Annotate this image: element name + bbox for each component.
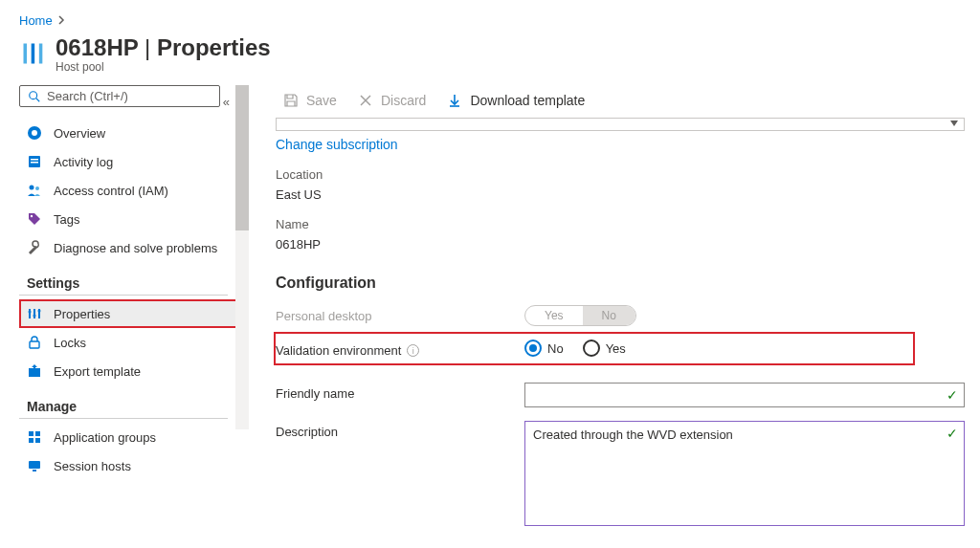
sliders-icon	[27, 306, 42, 321]
svg-rect-26	[33, 470, 36, 471]
main-content: Save Discard Download template Change su…	[241, 85, 980, 545]
activity-log-icon	[27, 154, 42, 169]
sidebar-item-label: Session hosts	[54, 459, 131, 473]
svg-point-17	[33, 315, 36, 318]
radio-icon	[524, 340, 542, 357]
sidebar-item-label: Access control (IAM)	[54, 184, 168, 198]
friendly-name-label: Friendly name	[276, 383, 524, 401]
description-textarea[interactable]: Created through the WVD extension ✓	[524, 421, 965, 526]
chevron-right-icon	[57, 13, 67, 28]
sidebar: « Overview Activity log Access control (…	[0, 85, 241, 545]
export-icon	[27, 363, 42, 379]
svg-rect-1	[32, 44, 35, 64]
sidebar-search[interactable]	[19, 85, 220, 107]
sidebar-item-label: Overview	[54, 126, 105, 141]
resource-type: Host pool	[56, 60, 271, 74]
close-icon	[358, 93, 373, 108]
radio-label: No	[547, 341, 564, 356]
configuration-header: Configuration	[276, 274, 972, 292]
sidebar-group-settings: Settings	[19, 262, 228, 296]
subscription-dropdown[interactable]	[276, 118, 965, 131]
sidebar-item-label: Diagnose and solve problems	[54, 241, 217, 255]
host-pool-icon	[19, 39, 48, 68]
save-label: Save	[306, 93, 337, 108]
svg-rect-2	[39, 44, 43, 64]
svg-point-10	[30, 186, 34, 190]
scrollbar-thumb[interactable]	[235, 85, 249, 230]
sidebar-item-label: Export template	[54, 364, 141, 379]
personal-desktop-yes: Yes	[525, 306, 583, 325]
download-template-label: Download template	[470, 93, 585, 108]
toolbar: Save Discard Download template	[241, 85, 980, 118]
info-icon[interactable]: i	[407, 344, 419, 357]
svg-point-16	[29, 311, 32, 314]
sidebar-item-locks[interactable]: Locks	[19, 328, 237, 357]
sidebar-item-session-hosts[interactable]: Session hosts	[19, 451, 237, 480]
sidebar-item-label: Locks	[54, 336, 86, 350]
sidebar-item-tags[interactable]: Tags	[19, 205, 237, 233]
svg-point-18	[38, 310, 41, 313]
svg-point-3	[30, 92, 37, 99]
sidebar-item-label: Properties	[54, 307, 110, 321]
search-icon	[28, 90, 41, 103]
sidebar-item-overview[interactable]: Overview	[19, 119, 237, 147]
lock-icon	[27, 335, 42, 350]
sidebar-item-label: Application groups	[54, 430, 156, 445]
resource-name: 0618HP	[56, 34, 138, 60]
monitor-icon	[27, 458, 42, 473]
check-icon: ✓	[947, 387, 958, 403]
breadcrumb: Home	[0, 0, 980, 33]
discard-label: Discard	[381, 93, 426, 108]
download-template-button[interactable]: Download template	[447, 93, 585, 108]
breadcrumb-home[interactable]: Home	[19, 13, 53, 28]
name-label: Name	[276, 217, 972, 231]
validation-env-label: Validation environment i	[276, 340, 524, 358]
svg-rect-0	[24, 44, 28, 64]
svg-point-12	[31, 215, 33, 217]
svg-rect-23	[29, 438, 33, 443]
name-value: 0618HP	[276, 237, 972, 252]
page-header: 0618HP | Properties Host pool	[0, 33, 980, 85]
personal-desktop-toggle: Yes No	[524, 305, 636, 326]
validation-env-no-radio[interactable]: No	[524, 340, 564, 357]
validation-env-yes-radio[interactable]: Yes	[583, 340, 626, 357]
validation-env-label-text: Validation environment	[276, 343, 401, 358]
svg-rect-19	[30, 341, 39, 348]
grid-icon	[27, 429, 42, 445]
description-label: Description	[276, 421, 524, 439]
change-subscription-link[interactable]: Change subscription	[276, 137, 398, 152]
wrench-icon	[27, 240, 42, 255]
sidebar-item-label: Tags	[54, 212, 79, 227]
tag-icon	[27, 211, 42, 227]
svg-rect-25	[29, 461, 40, 469]
download-icon	[447, 93, 462, 108]
title-separator: |	[145, 34, 157, 60]
sidebar-item-label: Activity log	[54, 155, 113, 169]
location-label: Location	[276, 167, 972, 182]
friendly-name-input[interactable]: ✓	[524, 383, 965, 407]
save-icon	[283, 93, 299, 108]
svg-rect-21	[29, 431, 33, 436]
overview-icon	[27, 125, 42, 141]
discard-button[interactable]: Discard	[358, 93, 426, 108]
svg-rect-8	[31, 159, 38, 161]
section-name: Properties	[157, 34, 271, 60]
personal-desktop-label: Personal desktop	[276, 305, 524, 323]
page-title: 0618HP | Properties	[56, 35, 271, 60]
personal-desktop-no: No	[583, 306, 635, 325]
sidebar-item-properties[interactable]: Properties	[19, 299, 237, 328]
sidebar-item-diagnose[interactable]: Diagnose and solve problems	[19, 233, 237, 262]
sidebar-item-application-groups[interactable]: Application groups	[19, 423, 237, 451]
svg-rect-24	[35, 438, 40, 443]
location-value: East US	[276, 187, 972, 202]
collapse-sidebar-button[interactable]: «	[223, 95, 230, 109]
svg-rect-9	[31, 162, 38, 164]
sidebar-search-input[interactable]	[47, 89, 212, 103]
check-icon: ✓	[947, 426, 958, 441]
sidebar-group-manage: Manage	[19, 385, 228, 419]
sidebar-item-access-control[interactable]: Access control (IAM)	[19, 176, 237, 205]
sidebar-item-activity-log[interactable]: Activity log	[19, 147, 237, 176]
save-button[interactable]: Save	[283, 93, 337, 108]
radio-label: Yes	[606, 341, 626, 356]
sidebar-item-export-template[interactable]: Export template	[19, 357, 237, 385]
